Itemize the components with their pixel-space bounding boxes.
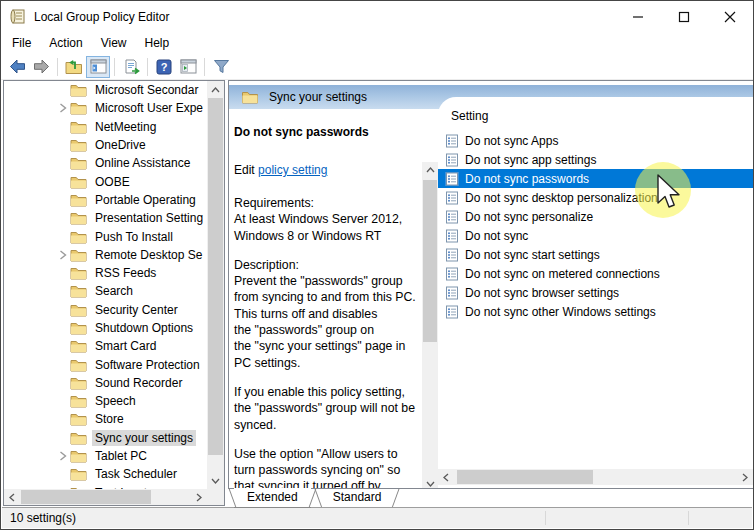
back-icon[interactable] [5, 56, 29, 78]
tree-item[interactable]: Smart Card [4, 337, 224, 355]
scroll-left-icon[interactable] [438, 469, 454, 485]
setting-row[interactable]: Do not sync [438, 226, 753, 245]
policy-setting-icon [445, 153, 459, 167]
tree-item[interactable]: Software Protection [4, 355, 224, 373]
menu-item[interactable]: View [92, 33, 136, 53]
scrollbar-thumb[interactable] [208, 98, 223, 455]
tree-item[interactable]: RSS Feeds [4, 264, 224, 282]
policy-setting-icon [445, 229, 459, 243]
tree-item[interactable]: Presentation Setting [4, 209, 224, 227]
export-list-icon[interactable] [119, 56, 143, 78]
tree-item-label: Sound Recorder [92, 375, 185, 391]
setting-row[interactable]: Do not sync app settings [438, 150, 753, 169]
tree-item-label: Tablet PC [92, 448, 150, 464]
help-icon[interactable]: ? [152, 56, 176, 78]
up-one-level-icon[interactable] [62, 56, 86, 78]
setting-column-header[interactable]: Setting [451, 109, 488, 123]
scrollbar-thumb[interactable] [21, 490, 151, 504]
tree-item[interactable]: Microsoft User Expe [4, 99, 224, 117]
filter-icon[interactable] [209, 56, 233, 78]
tree-item-label: Software Protection [92, 357, 203, 373]
tree-item[interactable]: Push To Install [4, 227, 224, 245]
scroll-down-icon[interactable] [422, 476, 438, 489]
menu-item[interactable]: Action [40, 33, 91, 53]
close-button[interactable] [707, 1, 753, 32]
gpedit-scroll-icon [10, 8, 27, 25]
policy-setting-icon [445, 134, 459, 148]
view-tab[interactable]: Standard [320, 489, 395, 508]
policy-setting-icon [445, 305, 459, 319]
setting-row[interactable]: Do not sync desktop personalization [438, 188, 753, 207]
tree-item[interactable]: Online Assistance [4, 154, 224, 172]
setting-row[interactable]: Do not sync on metered connections [438, 264, 753, 283]
tree-item[interactable]: Shutdown Options [4, 319, 224, 337]
setting-row[interactable]: Do not sync Apps [438, 131, 753, 150]
tree-item[interactable]: Microsoft Secondar [4, 81, 224, 99]
tree-item-label: Microsoft User Expe [92, 100, 206, 116]
title-bar: Local Group Policy Editor [1, 1, 753, 32]
description-scrollbar[interactable] [422, 162, 438, 489]
tree-item[interactable]: Store [4, 410, 224, 428]
tree-item-label: Store [92, 411, 127, 427]
setting-label: Do not sync Apps [465, 134, 558, 148]
description-paragraph: Requirements: At least Windows Server 20… [234, 195, 420, 244]
tree-item-label: Remote Desktop Se [92, 247, 205, 263]
chevron-right-icon[interactable] [56, 248, 70, 262]
tree-item[interactable]: Task Scheduler [4, 465, 224, 483]
setting-row[interactable]: Do not sync personalize [438, 207, 753, 226]
maximize-button[interactable] [661, 1, 707, 32]
folder-icon [70, 358, 87, 372]
folder-icon [70, 284, 87, 298]
tree-horizontal-scrollbar[interactable] [4, 489, 207, 505]
scroll-up-icon[interactable] [422, 162, 438, 178]
settings-horizontal-scrollbar[interactable] [438, 469, 753, 485]
tree-item-label: Security Center [92, 302, 181, 318]
tree-item[interactable]: Portable Operating [4, 191, 224, 209]
tree-item[interactable]: Security Center [4, 301, 224, 319]
policy-setting-link[interactable]: policy setting [258, 163, 327, 177]
tree-item[interactable]: Sound Recorder [4, 374, 224, 392]
tree-item[interactable]: NetMeeting [4, 118, 224, 136]
tree-item-label: Speech [92, 393, 139, 409]
scroll-right-icon[interactable] [191, 489, 207, 505]
scroll-up-icon[interactable] [207, 81, 224, 98]
show-action-pane-icon[interactable] [176, 56, 200, 78]
scroll-right-icon[interactable] [737, 469, 753, 485]
description-paragraph: Description: Prevent the "passwords" gro… [234, 257, 420, 371]
folder-icon [70, 230, 87, 244]
tree-item[interactable]: Search [4, 282, 224, 300]
folder-icon [70, 138, 87, 152]
tree-item[interactable]: Tablet PC [4, 447, 224, 465]
setting-row[interactable]: Do not sync start settings [438, 245, 753, 264]
folder-icon [70, 120, 87, 134]
tree-item-label: Portable Operating [92, 192, 199, 208]
setting-row[interactable]: Do not sync browser settings [438, 283, 753, 302]
chevron-right-icon[interactable] [56, 449, 70, 463]
scroll-down-icon[interactable] [207, 472, 224, 489]
forward-icon[interactable] [29, 56, 53, 78]
setting-row[interactable]: Do not sync other Windows settings [438, 302, 753, 321]
chevron-right-icon[interactable] [56, 101, 70, 115]
tree-vertical-scrollbar[interactable] [207, 81, 224, 489]
scroll-left-icon[interactable] [4, 489, 20, 505]
tree-item[interactable]: Sync your settings [4, 429, 224, 447]
view-tab[interactable]: Extended [234, 488, 311, 508]
show-console-tree-icon[interactable] [86, 56, 110, 78]
tree-item[interactable]: Remote Desktop Se [4, 246, 224, 264]
tree-item[interactable]: Speech [4, 392, 224, 410]
toolbar-separator [57, 58, 58, 76]
policy-setting-icon [445, 172, 459, 186]
scrollbar-thumb[interactable] [457, 470, 593, 484]
menu-item[interactable]: Help [136, 33, 179, 53]
minimize-button[interactable] [615, 1, 661, 32]
tree-item[interactable]: OOBE [4, 172, 224, 190]
tree-item-label: Microsoft Secondar [92, 82, 201, 98]
folder-icon [70, 412, 87, 426]
setting-row[interactable]: Do not sync passwords [438, 169, 753, 188]
scrollbar-thumb[interactable] [423, 180, 437, 342]
folder-icon [70, 376, 87, 390]
folder-icon [70, 101, 87, 115]
tree-item[interactable]: OneDrive [4, 136, 224, 154]
menu-item[interactable]: File [3, 33, 40, 53]
tree-item-label: Push To Install [92, 229, 176, 245]
